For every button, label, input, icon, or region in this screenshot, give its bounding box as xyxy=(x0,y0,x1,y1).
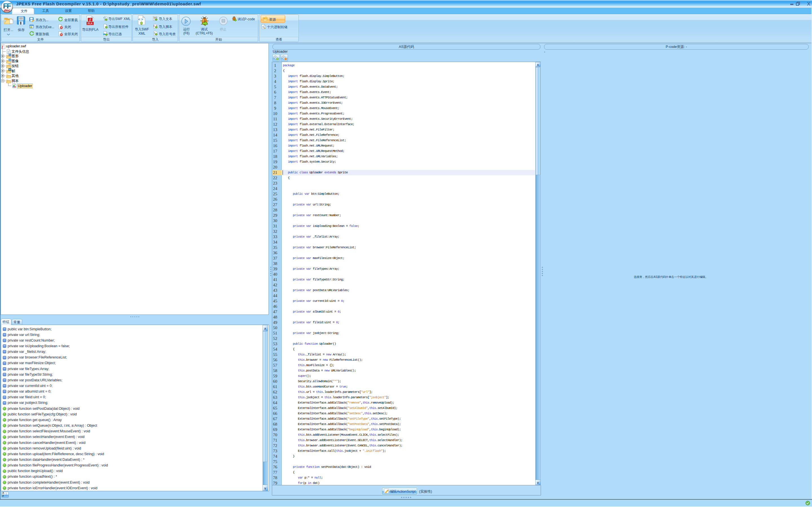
svg-text:ABC: ABC xyxy=(153,17,157,18)
svg-text:>: > xyxy=(141,17,143,21)
svg-text:dec: dec xyxy=(4,8,10,12)
svg-text:OK: OK xyxy=(9,64,11,65)
svg-text:<>: <> xyxy=(103,16,106,19)
svg-text:<: < xyxy=(138,17,141,21)
svg-text:FLA: FLA xyxy=(88,22,93,25)
